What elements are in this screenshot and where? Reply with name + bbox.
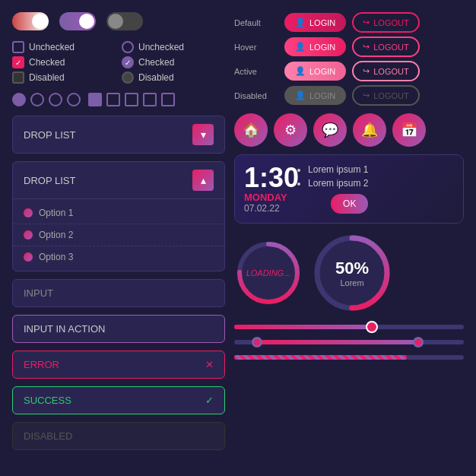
radio-dot-2[interactable] bbox=[30, 93, 44, 106]
home-icon-btn[interactable]: 🏠 bbox=[234, 113, 268, 147]
login-btn-hover[interactable]: 👤 LOGIN bbox=[284, 37, 346, 56]
dropdown-option-1[interactable]: Option 1 bbox=[13, 202, 224, 224]
info-item-1: Lorem ipsum 1 bbox=[308, 164, 368, 175]
option-dot-3 bbox=[24, 252, 33, 262]
chat-icon-btn[interactable]: 💬 bbox=[313, 113, 347, 147]
toggle-off[interactable] bbox=[106, 12, 143, 30]
slider-pin-left[interactable] bbox=[252, 337, 262, 347]
btn-state-default: Default bbox=[234, 18, 278, 27]
radio-dot-3[interactable] bbox=[49, 93, 62, 106]
right-column: Default 👤 LOGIN ↪ LOGOUT Hover 👤 LOGIN ↪ bbox=[234, 12, 464, 464]
logout-icon: ↪ bbox=[363, 17, 370, 27]
checkbox-box-disabled bbox=[12, 71, 24, 84]
option-label-3: Option 3 bbox=[39, 252, 73, 262]
slider-pin-right[interactable] bbox=[413, 337, 424, 347]
radio-dot-4[interactable] bbox=[67, 93, 81, 106]
checkbox-checked-square: Checked bbox=[12, 56, 116, 68]
settings-icon-btn[interactable]: ⚙ bbox=[274, 113, 307, 147]
error-icon: ✕ bbox=[205, 359, 214, 370]
button-rows: Default 👤 LOGIN ↪ LOGOUT Hover 👤 LOGIN ↪ bbox=[234, 12, 464, 106]
progress-percent: 50% bbox=[335, 259, 369, 278]
slider-track-1 bbox=[234, 325, 464, 329]
toggles-row bbox=[12, 12, 225, 30]
logout-btn-disabled: ↪ LOGOUT bbox=[352, 85, 419, 106]
radio-checked[interactable] bbox=[122, 56, 134, 68]
dropdown-closed[interactable]: DROP LIST ▾ bbox=[12, 116, 225, 154]
radio-dots-group bbox=[12, 93, 81, 106]
dropdown-open-header[interactable]: DROP LIST ▴ bbox=[13, 162, 224, 198]
sq-dot-5[interactable] bbox=[161, 93, 175, 106]
info-list: Lorem ipsum 1 Lorem ipsum 2 bbox=[308, 164, 368, 194]
dropdown-option-2[interactable]: Option 2 bbox=[13, 224, 224, 246]
checkbox-label: Checked bbox=[138, 57, 174, 68]
checkbox-label: Unchecked bbox=[138, 42, 184, 52]
input-disabled: DISABLED bbox=[12, 422, 225, 450]
icon-buttons-row: 🏠 ⚙ 💬 🔔 📅 bbox=[234, 113, 464, 147]
logout-btn-active[interactable]: ↪ LOGOUT bbox=[352, 61, 419, 81]
logout-btn-default[interactable]: ↪ LOGOUT bbox=[352, 12, 419, 33]
checkbox-unchecked-square: Unchecked bbox=[12, 41, 116, 53]
dropdown-arrow-down: ▾ bbox=[192, 124, 214, 145]
input-error: ERROR ✕ bbox=[12, 351, 225, 379]
btn-row-hover: Hover 👤 LOGIN ↪ LOGOUT bbox=[234, 36, 464, 57]
sq-dot-1[interactable] bbox=[88, 93, 102, 106]
checkbox-label: Checked bbox=[29, 57, 65, 68]
btn-row-disabled: Disabled 👤 LOGIN ↪ LOGOUT bbox=[234, 85, 464, 106]
main-container: Unchecked Unchecked Checked Checked Disa… bbox=[0, 0, 476, 476]
slider-1[interactable] bbox=[234, 322, 464, 332]
slider-fill-3-striped bbox=[234, 355, 407, 360]
input-default[interactable]: INPUT bbox=[12, 279, 225, 307]
dropdown-option-3[interactable]: Option 3 bbox=[13, 246, 224, 268]
checkbox-box-checked[interactable] bbox=[12, 56, 24, 68]
left-column: Unchecked Unchecked Checked Checked Disa… bbox=[12, 12, 225, 464]
checkbox-disabled-circle: Disabled bbox=[122, 71, 225, 84]
bell-icon-btn[interactable]: 🔔 bbox=[353, 113, 386, 147]
radio-unchecked[interactable] bbox=[122, 41, 134, 53]
clock-day: MONDAY bbox=[244, 192, 287, 203]
slider-3-striped[interactable] bbox=[234, 353, 464, 362]
slider-track-2 bbox=[234, 340, 464, 344]
option-label-2: Option 2 bbox=[39, 230, 73, 240]
btn-state-hover: Hover bbox=[234, 43, 278, 52]
slider-fill-1 bbox=[234, 325, 372, 329]
login-btn-default[interactable]: 👤 LOGIN bbox=[284, 13, 346, 32]
slider-fill-2 bbox=[257, 340, 417, 344]
progress-text: 50% Lorem bbox=[335, 259, 369, 287]
checkbox-unchecked-circle: Unchecked bbox=[122, 41, 225, 53]
success-icon: ✓ bbox=[205, 395, 214, 406]
logout-btn-hover[interactable]: ↪ LOGOUT bbox=[352, 36, 419, 57]
loading-text: LOADING... bbox=[246, 268, 291, 278]
user-icon-hover: 👤 bbox=[295, 42, 306, 52]
radio-dot-1[interactable] bbox=[12, 93, 26, 106]
user-icon-active: 👤 bbox=[295, 66, 306, 76]
sq-dot-3[interactable] bbox=[125, 93, 138, 106]
clock-time: 1:30 bbox=[244, 164, 299, 192]
checkbox-label: Disabled bbox=[138, 72, 174, 83]
option-label-1: Option 1 bbox=[39, 208, 73, 218]
login-btn-disabled: 👤 LOGIN bbox=[284, 86, 346, 105]
checkbox-label: Unchecked bbox=[29, 42, 75, 52]
btn-state-active: Active bbox=[234, 67, 278, 76]
slider-2[interactable] bbox=[234, 338, 464, 347]
toggle-on[interactable] bbox=[12, 12, 49, 30]
input-in-action[interactable]: INPUT IN ACTION bbox=[12, 315, 225, 343]
dropdown-open[interactable]: DROP LIST ▴ Option 1 Option 2 Option 3 bbox=[12, 161, 225, 271]
sq-dot-4[interactable] bbox=[143, 93, 157, 106]
dropdown-options: Option 1 Option 2 Option 3 bbox=[13, 198, 224, 271]
checkbox-box-unchecked[interactable] bbox=[12, 41, 24, 53]
user-icon-disabled: 👤 bbox=[295, 90, 306, 100]
info-right-section: Lorem ipsum 1 Lorem ipsum 2 OK bbox=[308, 164, 368, 214]
login-btn-active[interactable]: 👤 LOGIN bbox=[284, 62, 346, 81]
sq-dot-2[interactable] bbox=[106, 93, 120, 106]
btn-state-disabled: Disabled bbox=[234, 91, 278, 100]
info-card: 1:30 MONDAY 07.02.22 Lorem ipsum 1 Lorem… bbox=[234, 154, 464, 224]
calendar-icon-btn[interactable]: 📅 bbox=[392, 113, 426, 147]
checkbox-checked-circle: Checked bbox=[122, 56, 225, 68]
circle-loader: LOADING... bbox=[234, 239, 303, 307]
toggle-purple[interactable] bbox=[59, 12, 96, 30]
btn-row-active: Active 👤 LOGIN ↪ LOGOUT bbox=[234, 61, 464, 81]
ok-button[interactable]: OK bbox=[331, 194, 368, 214]
radio-disabled bbox=[122, 71, 134, 84]
slider-thumb-1[interactable] bbox=[366, 321, 378, 333]
circle-progress: 50% Lorem bbox=[310, 231, 394, 315]
